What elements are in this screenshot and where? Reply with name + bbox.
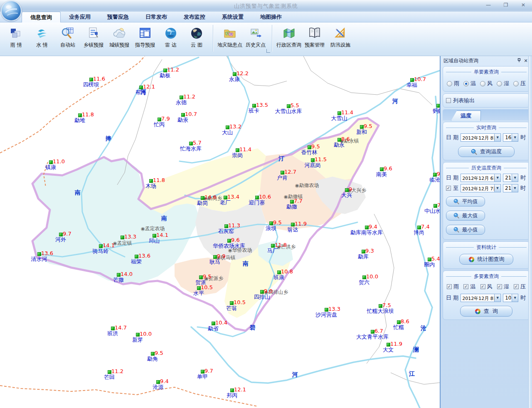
toolbar-button-cloud[interactable]: 城镇预报 — [106, 25, 132, 49]
minimize-button[interactable]: — — [483, 1, 494, 9]
station-label: 沙河营盘 — [315, 311, 337, 319]
station-label: 大文青平水库 — [356, 333, 389, 341]
radio-option-humidity[interactable]: 湿 — [497, 80, 509, 87]
chevron-down-icon[interactable]: ▼ — [494, 134, 500, 141]
toolbar-button-map-sheet[interactable]: 行政区查询 — [276, 25, 302, 49]
realtime-date-label: 日 期 — [446, 134, 458, 141]
toolbar-button-grid-table[interactable]: 指导预报 — [132, 25, 158, 49]
toolbar-button-image-arrow[interactable]: 历史灾点 — [243, 25, 268, 49]
chevron-down-icon[interactable]: ▼ — [512, 174, 518, 182]
history-to-checkbox[interactable]: ✓ — [446, 186, 451, 191]
river-label: 澜 — [413, 346, 419, 354]
history-hour-to-picker[interactable]: 21 ▼ — [503, 184, 518, 192]
chart-pinwheel-icon — [468, 256, 475, 263]
radio-option-wind[interactable]: 风 — [480, 80, 493, 87]
application-window: 山洪预警与气象监测系统 —❐✕ 信息查询业务应用预警应急日常发布发布监控系统设置… — [0, 0, 532, 408]
multi-query-button[interactable]: 查 询 — [460, 306, 512, 317]
toolbar-button-book[interactable]: 预案管理 — [302, 25, 328, 49]
realtime-hour-picker[interactable]: 16 ▼ — [503, 133, 518, 142]
history-date-from-picker[interactable]: 2012年12月 6日 ▼ — [461, 174, 501, 182]
average-button[interactable]: 平均值 — [446, 197, 485, 206]
menu-tab-5[interactable]: 系统设置 — [214, 12, 252, 22]
multi-date-picker[interactable]: 2012年12月 8日 ▼ — [461, 294, 501, 302]
toolbar-button-rain-cubes[interactable]: 雨 情 — [3, 25, 29, 49]
toolbar-button-water-wave[interactable]: 水 情 — [29, 25, 55, 49]
multi-hour-picker[interactable]: 10 ▼ — [503, 294, 518, 302]
station-label: 勐汞 — [177, 116, 188, 124]
station-label: 马厂 — [267, 247, 278, 255]
maximize-button[interactable]: ❐ — [500, 1, 511, 9]
chevron-down-icon[interactable]: ▼ — [494, 184, 500, 192]
realtime-query-group: 实时查询 日 期 2012年12月 8日 ▼ 16 ▼ 时 — [443, 122, 530, 160]
toolbar-button-label: 城镇预报 — [109, 42, 129, 49]
station-label: 忙丙 — [154, 121, 165, 128]
river-label: 南 — [243, 260, 249, 268]
magnifier-table-icon — [60, 26, 75, 41]
checkbox-label: 雨 — [453, 283, 459, 290]
tab-temperature[interactable]: 温度 — [451, 111, 481, 121]
toolbar-button-globe-blue[interactable]: 雷 达 — [158, 25, 184, 49]
menu-tab-1[interactable]: 业务应用 — [61, 12, 99, 22]
chevron-down-icon[interactable]: ▼ — [512, 184, 518, 192]
station-label: 大雪山水库 — [275, 108, 302, 115]
chevron-down-icon[interactable]: ▼ — [512, 294, 518, 302]
toolbar-button-doc-pin[interactable]: 乡镇预报 — [81, 25, 106, 49]
station-label: 博尚 — [414, 229, 424, 236]
toolbar-button-folder-map[interactable]: 地灾隐患点 — [217, 25, 243, 49]
radio-wind-icon — [480, 81, 485, 86]
map-canvas[interactable]: 11.6四楞坝11.2勐板12.1帮海12.2永康11.8勐堆11.2永德10.… — [0, 56, 440, 408]
list-output-checkbox[interactable] — [446, 98, 451, 103]
station-label: 浪坝 — [266, 225, 276, 232]
menu-tab-4[interactable]: 发布监控 — [175, 12, 214, 22]
globe-blue-icon — [163, 26, 178, 41]
menu-tab-3[interactable]: 日常发布 — [137, 12, 175, 22]
app-logo-globe-icon[interactable] — [1, 0, 22, 21]
query-temperature-button[interactable]: 查询温度 — [458, 146, 515, 157]
minimum-button[interactable]: 最小值 — [446, 225, 485, 235]
station-label: 四排山 — [254, 293, 270, 301]
multi-hour-suffix: 时 — [520, 294, 526, 302]
radio-option-pressure[interactable]: 压 — [513, 80, 526, 87]
toolbar-button-magnifier-table[interactable]: 自动站 — [55, 25, 81, 49]
menu-tab-6[interactable]: 地图操作 — [252, 12, 290, 22]
map-sheet-icon — [281, 26, 296, 41]
dialog-launcher-icon[interactable] — [266, 49, 270, 53]
list-output-label: 列表输出 — [453, 97, 475, 104]
pin-icon[interactable] — [516, 58, 522, 64]
checkbox-option-rain[interactable]: ✓雨 — [447, 283, 459, 290]
maximum-button[interactable]: 最大值 — [446, 211, 485, 221]
toolbar-button-globe-earth[interactable]: 云 图 — [184, 25, 209, 49]
list-output-option[interactable]: 列表输出 — [446, 97, 527, 104]
realtime-date-picker[interactable]: 2012年12月 8日 ▼ — [461, 133, 501, 142]
toolbar-button-ruler-triangle[interactable]: 防汛设施 — [328, 25, 353, 49]
close-button[interactable]: ✕ — [518, 1, 529, 9]
station-label: 临沧 — [429, 176, 440, 184]
chevron-down-icon[interactable]: ▼ — [512, 134, 518, 141]
checkbox-option-wind[interactable]: ✓风 — [480, 283, 493, 290]
town-circle-icon: ◉ — [284, 194, 288, 199]
history-date-label: 日 期 — [446, 174, 458, 182]
single-query-group: 单要素查询 雨温风湿压 — [443, 66, 530, 92]
radio-option-rain[interactable]: 雨 — [447, 80, 459, 87]
statistics-header: 资料统计 — [446, 244, 527, 251]
town-circle-icon: ◉ — [295, 183, 299, 188]
chevron-down-icon[interactable]: ▼ — [494, 174, 500, 182]
station-label: 勐省 — [208, 325, 219, 332]
menu-tab-2[interactable]: 预警应急 — [99, 12, 137, 22]
radio-option-temperature[interactable]: 温 — [463, 80, 476, 87]
multi-query-header: 多要素查询 — [446, 273, 527, 280]
chevron-down-icon[interactable]: ▼ — [494, 294, 500, 302]
menu-tab-0[interactable]: 信息查询 — [22, 12, 61, 22]
history-hour-suffix: 时 — [520, 184, 526, 192]
checkbox-option-pressure[interactable]: ✓压 — [514, 283, 526, 290]
town-marker: ◉勐撒农场 — [295, 182, 319, 189]
panel-scrollbar[interactable] — [528, 56, 532, 408]
search-icon — [453, 213, 459, 219]
history-hour-from-picker[interactable]: 21 ▼ — [503, 174, 518, 182]
town-label: 孟定镇 — [117, 240, 132, 246]
checkbox-option-temperature[interactable]: ✓温 — [463, 283, 475, 290]
history-date-to-picker[interactable]: 2012年12月 7日 ▼ — [461, 184, 501, 192]
statistics-chart-button[interactable]: 统计图查询 — [459, 254, 513, 265]
boundary-national-nw — [0, 56, 145, 153]
checkbox-option-humidity[interactable]: ✓湿 — [497, 283, 509, 290]
